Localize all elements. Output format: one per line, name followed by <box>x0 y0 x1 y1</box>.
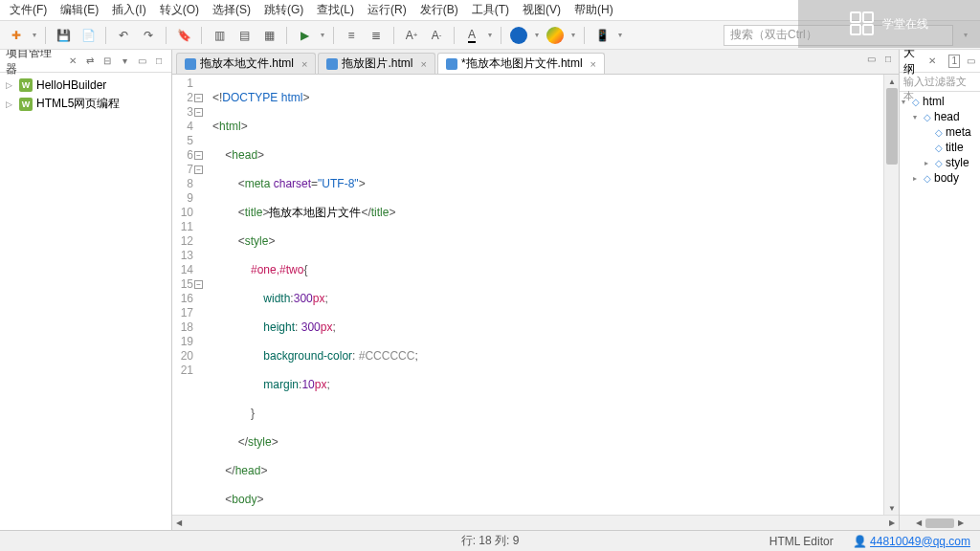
menu-item[interactable]: 查找(L) <box>311 0 360 20</box>
device-button[interactable]: 📱 <box>591 25 612 46</box>
text-color-button[interactable]: A <box>461 25 482 46</box>
user-link[interactable]: 44810049@qq.com <box>870 535 970 548</box>
outline-item[interactable]: ▸◇style <box>900 155 980 170</box>
editor-tab[interactable]: *拖放本地图片文件.html× <box>437 53 605 74</box>
line-gutter: 12−3−456−7−89101112131415−161718192021 <box>172 75 199 515</box>
menu-item[interactable]: 跳转(G) <box>258 0 309 20</box>
scroll-down-icon[interactable]: ▼ <box>884 501 899 515</box>
outline-item[interactable]: ◇title <box>900 140 980 155</box>
browser1-button[interactable] <box>508 25 529 46</box>
outline-minimize-icon[interactable]: ▭ <box>966 55 976 68</box>
vertical-scrollbar[interactable]: ▲ ▼ <box>883 75 899 515</box>
tag-icon: ◇ <box>924 112 931 122</box>
cursor-position: 行: 18 列: 9 <box>461 533 520 549</box>
menu-item[interactable]: 发行(B) <box>414 0 464 20</box>
text-color-dropdown[interactable]: ▾ <box>486 25 494 46</box>
outline-item[interactable]: ◇meta <box>900 124 980 140</box>
fold-icon[interactable]: − <box>194 108 203 117</box>
editor-tab[interactable]: 拖放图片.html× <box>318 53 434 74</box>
tag-icon: ◇ <box>924 173 931 184</box>
menu-icon[interactable]: ▾ <box>118 55 131 68</box>
menu-item[interactable]: 工具(T) <box>466 0 515 20</box>
font-inc-button[interactable]: A+ <box>401 25 422 46</box>
tag-icon: ◇ <box>935 143 943 153</box>
file-icon <box>446 58 457 70</box>
open-button[interactable]: 📄 <box>78 25 99 46</box>
doc3-button[interactable]: ▦ <box>258 25 279 46</box>
link-icon[interactable]: ⇄ <box>83 55 97 68</box>
toolbar: ✚▾ 💾 📄 ↶ ↷ 🔖 ▥ ▤ ▦ ▶▾ ≡ ≣ A+ A- A▾ ▾ ▾ 📱… <box>0 21 980 50</box>
save-button[interactable]: 💾 <box>53 25 74 46</box>
menu-item[interactable]: 编辑(E) <box>55 0 104 20</box>
tag-icon: ◇ <box>935 158 943 168</box>
menu-item[interactable]: 视图(V) <box>517 0 567 20</box>
outline-item[interactable]: ▸◇body <box>900 170 980 186</box>
menu-item[interactable]: 插入(I) <box>106 0 151 20</box>
outline-item[interactable]: ▾◇head <box>900 109 980 124</box>
tag-icon: ◇ <box>912 97 920 107</box>
new-button[interactable]: ✚ <box>6 25 27 46</box>
browser2-button[interactable] <box>545 25 566 46</box>
tab-close-icon[interactable]: × <box>590 58 596 70</box>
editor-tabs: 拖放本地文件.html×拖放图片.html×*拖放本地图片文件.html×▭□ <box>172 50 899 75</box>
align-right-button[interactable]: ≣ <box>366 25 387 46</box>
outline-close-icon[interactable]: ✕ <box>926 55 937 68</box>
run-button[interactable]: ▶ <box>294 25 315 46</box>
tab-close-icon[interactable]: × <box>301 58 307 70</box>
project-explorer: 项目管理器 ✕ ⇄ ⊟ ▾ ▭ □ ▷WHelloHBuilder ▷WHTML… <box>0 50 172 530</box>
menu-item[interactable]: 帮助(H) <box>568 0 619 20</box>
status-bar: 行: 18 列: 9 HTML Editor 👤 44810049@qq.com <box>0 530 980 551</box>
menu-bar: 文件(F)编辑(E)插入(I)转义(O)选择(S)跳转(G)查找(L)运行(R)… <box>0 0 980 21</box>
redo-button[interactable]: ↷ <box>138 25 159 46</box>
scroll-right-icon[interactable]: ▶ <box>885 516 899 531</box>
scroll-left-icon[interactable]: ◀ <box>172 516 186 531</box>
font-dec-button[interactable]: A- <box>426 25 447 46</box>
new-dropdown[interactable]: ▾ <box>31 25 38 46</box>
undo-button[interactable]: ↶ <box>113 25 134 46</box>
horizontal-scrollbar[interactable]: ◀ ▶ <box>172 515 899 530</box>
align-left-button[interactable]: ≡ <box>341 25 362 46</box>
outline-filter-input[interactable]: 输入过滤器文本 <box>900 73 980 92</box>
code-editor[interactable]: 12−3−456−7−89101112131415−161718192021 <… <box>172 75 899 515</box>
scroll-thumb[interactable] <box>886 88 898 165</box>
fold-icon[interactable]: − <box>194 280 203 289</box>
outline-item[interactable]: ▾◇html <box>900 94 980 109</box>
tabs-minimize-icon[interactable]: ▭ <box>864 52 878 65</box>
user-icon: 👤 <box>853 535 867 548</box>
outline-num-icon[interactable]: 1 <box>948 55 960 68</box>
collapse-icon[interactable]: ⊟ <box>100 55 114 68</box>
tree-item[interactable]: ▷WHelloHBuilder <box>0 77 171 94</box>
outline-panel: 大纲 ✕ 1 ▭ 输入过滤器文本 ▾◇html▾◇head◇meta◇title… <box>899 50 980 530</box>
bookmark-icon[interactable]: 🔖 <box>173 25 194 46</box>
tag-icon: ◇ <box>935 127 943 138</box>
minimize-icon[interactable]: ▭ <box>135 55 148 68</box>
outline-hscrollbar[interactable]: ◀▶ <box>900 515 980 530</box>
menu-item[interactable]: 运行(R) <box>362 0 412 20</box>
menu-item[interactable]: 文件(F) <box>4 0 53 20</box>
scroll-up-icon[interactable]: ▲ <box>884 75 899 88</box>
run-dropdown[interactable]: ▾ <box>319 25 326 46</box>
menu-item[interactable]: 转义(O) <box>154 0 205 20</box>
editor-tab[interactable]: 拖放本地文件.html× <box>176 53 316 74</box>
menu-item[interactable]: 选择(S) <box>207 0 256 20</box>
editor-mode: HTML Editor <box>769 535 834 548</box>
fold-icon[interactable]: − <box>194 94 203 102</box>
file-icon <box>326 58 338 70</box>
code-area[interactable]: <!DOCTYPE html> <html> <head> <meta char… <box>199 75 883 515</box>
file-icon <box>185 58 196 70</box>
tab-close-icon[interactable]: × <box>420 58 426 70</box>
tree-item[interactable]: ▷WHTML5网页编程 <box>0 94 171 114</box>
outline-tree: ▾◇html▾◇head◇meta◇title▸◇style▸◇body <box>900 92 980 515</box>
fold-icon[interactable]: − <box>194 165 203 174</box>
search-input[interactable]: 搜索（双击Ctrl） <box>724 25 953 46</box>
doc1-button[interactable]: ▥ <box>209 25 230 46</box>
panel-close-icon[interactable]: □ <box>152 55 166 68</box>
fold-icon[interactable]: − <box>194 151 203 160</box>
close-icon[interactable]: ✕ <box>66 55 79 68</box>
project-tree: ▷WHelloHBuilder ▷WHTML5网页编程 <box>0 73 171 118</box>
doc2-button[interactable]: ▤ <box>234 25 255 46</box>
tabs-maximize-icon[interactable]: □ <box>881 52 895 65</box>
